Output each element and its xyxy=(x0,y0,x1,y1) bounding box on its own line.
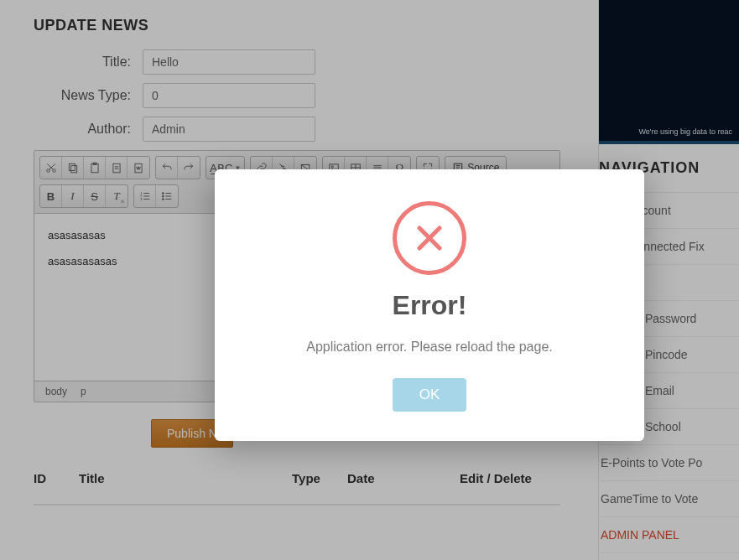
nav-item[interactable]: »E-Points to Vote Po xyxy=(601,445,739,481)
error-modal: Error! Application error. Please reload … xyxy=(215,169,644,441)
svg-point-17 xyxy=(162,195,164,197)
news-table-header: ID Title Type Date Edit / Delete xyxy=(34,471,560,506)
undo-icon[interactable] xyxy=(156,157,178,179)
svg-rect-3 xyxy=(70,166,76,173)
title-label: Title: xyxy=(34,54,143,70)
remove-format-icon[interactable]: T× xyxy=(106,185,128,207)
col-id: ID xyxy=(34,471,59,485)
svg-rect-6 xyxy=(112,163,119,173)
newstype-input[interactable] xyxy=(143,83,315,108)
ok-button[interactable]: OK xyxy=(393,378,466,412)
col-edit-delete: Edit / Delete xyxy=(460,471,532,485)
col-type: Type xyxy=(292,471,327,485)
video-caption: We're using big data to reac xyxy=(638,127,732,136)
numbered-list-icon[interactable]: 123 xyxy=(134,185,156,207)
svg-rect-7 xyxy=(135,163,142,173)
col-date: Date xyxy=(347,471,440,485)
nav-item[interactable]: »ADMIN PANEL xyxy=(601,517,739,553)
modal-message: Application error. Please reload the pag… xyxy=(306,340,553,355)
paste-text-icon[interactable] xyxy=(106,157,128,179)
cut-icon[interactable] xyxy=(40,157,62,179)
paste-icon[interactable] xyxy=(84,157,106,179)
nav-item-label: GameTime to Vote xyxy=(601,492,698,506)
svg-rect-2 xyxy=(69,163,75,170)
nav-item[interactable]: »GameTime to Vote xyxy=(601,481,739,517)
author-label: Author: xyxy=(34,122,143,137)
bullet-list-icon[interactable] xyxy=(156,185,178,207)
path-body[interactable]: body xyxy=(43,385,70,398)
svg-point-18 xyxy=(162,199,164,200)
newstype-label: News Type: xyxy=(34,88,143,103)
strike-icon[interactable]: S xyxy=(84,185,106,207)
svg-text:3: 3 xyxy=(140,197,143,201)
svg-point-16 xyxy=(162,193,164,194)
title-input[interactable] xyxy=(143,49,315,75)
author-input[interactable] xyxy=(143,117,315,142)
svg-point-10 xyxy=(331,166,333,168)
video-thumbnail[interactable]: We're using big data to reac xyxy=(599,0,739,144)
page-title: UPDATE NEWS xyxy=(34,17,575,34)
error-icon xyxy=(393,201,466,275)
modal-title: Error! xyxy=(393,290,467,321)
col-title: Title xyxy=(79,471,272,485)
bold-icon[interactable]: B xyxy=(40,185,62,207)
italic-icon[interactable]: I xyxy=(62,185,84,207)
paste-word-icon[interactable] xyxy=(128,157,149,179)
redo-icon[interactable] xyxy=(178,157,200,179)
path-p[interactable]: p xyxy=(78,385,89,398)
nav-item-label: E-Points to Vote Po xyxy=(601,456,702,469)
nav-item-label: ADMIN PANEL xyxy=(601,528,679,542)
copy-icon[interactable] xyxy=(62,157,84,179)
